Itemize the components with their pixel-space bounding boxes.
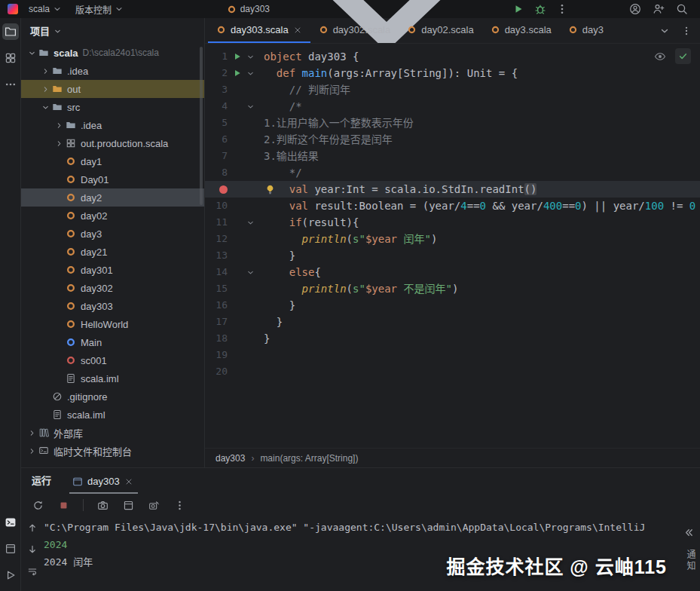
tab-day3.scala[interactable]: day3.scala <box>482 18 560 43</box>
lightbulb-icon[interactable] <box>264 183 276 194</box>
run-button[interactable] <box>512 3 524 16</box>
project-tree[interactable]: scalaD:\scala24o1\scala.ideaoutsrc.ideao… <box>21 42 204 467</box>
breadcrumb-item[interactable]: main(args: Array[String]) <box>260 453 358 464</box>
services-toolwindow-button[interactable] <box>2 540 19 557</box>
line-number[interactable]: 14 <box>205 264 231 280</box>
tree-item-out.production.scala[interactable]: out.production.scala <box>21 134 204 152</box>
breakpoint-icon[interactable] <box>219 185 228 194</box>
breadcrumb-item[interactable]: day303 <box>216 453 245 464</box>
add-user-icon[interactable] <box>652 3 665 16</box>
structure-toolwindow-button[interactable] <box>2 50 19 66</box>
tree-item-Main[interactable]: Main <box>21 333 204 351</box>
tree-item-.gitignore[interactable]: .gitignore <box>21 387 204 406</box>
line-number[interactable]: 11 <box>205 214 231 231</box>
chevron-down-icon[interactable] <box>39 103 51 112</box>
close-icon[interactable] <box>124 477 133 486</box>
line-number[interactable]: 1 <box>205 48 231 65</box>
line-number[interactable]: 19 <box>205 347 231 363</box>
account-icon[interactable] <box>628 3 641 16</box>
close-icon[interactable] <box>293 26 302 35</box>
line-number[interactable]: 7 <box>205 148 231 164</box>
line-number[interactable]: 2 <box>205 65 231 81</box>
tree-item-out[interactable]: out <box>21 80 204 98</box>
stop-button[interactable] <box>57 499 70 512</box>
rerun-button[interactable] <box>32 499 44 512</box>
line-number[interactable]: 10 <box>205 198 231 214</box>
gutter-breakpoint[interactable] <box>205 181 231 198</box>
arrow-down-icon[interactable] <box>26 543 39 556</box>
chevron-right-icon[interactable] <box>39 67 51 75</box>
highlighting-eye-icon[interactable] <box>654 51 666 63</box>
tree-item-day302[interactable]: day302 <box>21 279 204 297</box>
tree-item-day2[interactable]: day2 <box>21 188 204 207</box>
scroll-left-icon[interactable] <box>683 527 694 538</box>
debug-toolwindow-button[interactable] <box>2 567 19 583</box>
tree-item-day21[interactable]: day21 <box>21 243 204 261</box>
tab-options-icon[interactable] <box>680 24 692 37</box>
tab-day3[interactable]: day3 <box>560 18 612 43</box>
chevron-right-icon[interactable] <box>53 139 65 148</box>
tree-item-scala[interactable]: scalaD:\scala24o1\scala <box>21 44 204 62</box>
run-line-icon[interactable] <box>231 65 244 81</box>
tree-item-scala.iml[interactable]: scala.iml <box>21 369 204 387</box>
line-number[interactable]: 15 <box>205 280 231 297</box>
frame-button[interactable] <box>122 499 135 512</box>
tab-day303.scala[interactable]: day303.scala <box>208 18 310 43</box>
project-widget[interactable]: scala <box>26 2 65 16</box>
soft-wrap-icon[interactable] <box>26 565 39 577</box>
tree-item-scala.iml[interactable]: scala.iml <box>21 406 204 424</box>
line-number[interactable]: 5 <box>205 115 231 131</box>
line-number[interactable]: 6 <box>205 131 231 148</box>
fold-icon[interactable] <box>244 98 256 115</box>
tree-item-Day01[interactable]: Day01 <box>21 170 204 188</box>
fold-icon[interactable] <box>244 214 256 231</box>
line-number[interactable]: 18 <box>205 330 231 347</box>
fold-icon[interactable] <box>244 264 256 280</box>
arrow-up-icon[interactable] <box>26 521 39 534</box>
tab-day302.scala[interactable]: day302.scala <box>310 18 399 43</box>
tree-item-sc001[interactable]: sc001 <box>21 351 204 369</box>
line-number[interactable]: 12 <box>205 231 231 247</box>
chevron-right-icon[interactable] <box>39 85 51 93</box>
chevron-down-icon[interactable] <box>26 49 38 57</box>
run-line-icon[interactable] <box>231 48 244 65</box>
line-number[interactable]: 16 <box>205 297 231 314</box>
fold-icon[interactable] <box>244 65 256 81</box>
line-number[interactable]: 8 <box>205 164 231 181</box>
line-number[interactable]: 17 <box>205 314 231 330</box>
code-editor[interactable]: 1object day303 {2 def main(args:Array[St… <box>205 44 700 448</box>
debug-button[interactable] <box>533 3 546 16</box>
line-number[interactable]: 13 <box>205 247 231 264</box>
tree-item-day1[interactable]: day1 <box>21 152 204 170</box>
right-stripe-tab[interactable]: 通知 <box>684 550 697 572</box>
chevron-right-icon[interactable] <box>26 429 38 437</box>
screenshot-button[interactable] <box>96 499 109 512</box>
tree-item-临时文件和控制台[interactable]: 临时文件和控制台 <box>21 442 204 460</box>
line-number[interactable]: 3 <box>205 81 231 98</box>
tree-item-day301[interactable]: day301 <box>21 261 204 279</box>
search-icon[interactable] <box>675 3 688 16</box>
tree-item-.idea[interactable]: .idea <box>21 116 204 134</box>
line-number[interactable]: 4 <box>205 98 231 115</box>
vcs-widget[interactable]: 版本控制 <box>72 2 127 17</box>
fold-icon[interactable] <box>244 48 256 65</box>
more-actions-button[interactable] <box>555 3 568 16</box>
app-logo-icon[interactable] <box>8 4 18 14</box>
line-number[interactable]: 20 <box>205 363 231 380</box>
run-toolwindow-button[interactable] <box>2 514 19 531</box>
tree-item-day02[interactable]: day02 <box>21 207 204 225</box>
inspection-status[interactable] <box>675 48 691 64</box>
tree-item-.idea[interactable]: .idea <box>21 62 204 80</box>
project-tree-scrollbar[interactable] <box>200 47 203 205</box>
chevron-right-icon[interactable] <box>53 121 65 130</box>
tab-list-dropdown-icon[interactable] <box>658 24 671 37</box>
tree-item-day303[interactable]: day303 <box>21 297 204 315</box>
screenshot-sync-button[interactable] <box>148 499 160 512</box>
tree-item-HelloWorld[interactable]: HelloWorld <box>21 315 204 333</box>
project-panel-header[interactable]: 项目 <box>21 18 204 42</box>
console-more-button[interactable] <box>173 499 186 512</box>
tree-item-外部库[interactable]: 外部库 <box>21 424 204 442</box>
tree-item-src[interactable]: src <box>21 98 204 116</box>
tab-day02.scala[interactable]: day02.scala <box>399 18 481 43</box>
project-toolwindow-button[interactable] <box>2 23 19 40</box>
